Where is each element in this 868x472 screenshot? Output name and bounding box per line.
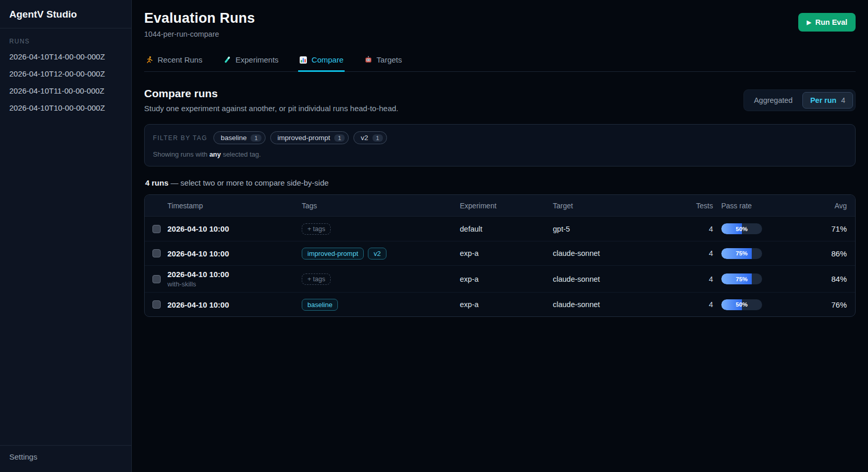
col-tags: Tags [302, 202, 460, 210]
row-experiment: default [460, 225, 553, 233]
app-title: AgentV Studio [0, 0, 131, 28]
showing-line: Showing runs with any selected tag. [153, 150, 847, 158]
run-list: 2026-04-10T14-00-00-000Z2026-04-10T12-00… [0, 48, 131, 116]
tab-targets[interactable]: Targets [363, 52, 403, 72]
toggle-per-run-label: Per run [810, 96, 836, 104]
col-experiment: Experiment [460, 202, 553, 210]
col-tests: Tests [682, 202, 713, 210]
table-header: Timestamp Tags Experiment Target Tests P… [145, 195, 855, 217]
row-experiment: exp-a [460, 275, 553, 283]
pass-rate-label: 50% [721, 223, 762, 234]
settings-link[interactable]: Settings [9, 452, 37, 461]
row-avg: 86% [817, 249, 855, 258]
tab-label: Targets [377, 55, 402, 64]
filter-by-tag-panel: FILTER BY TAG baseline1improved-prompt1v… [144, 124, 856, 166]
col-target: Target [553, 202, 682, 210]
filter-label: FILTER BY TAG [153, 134, 207, 142]
row-tests: 4 [682, 249, 713, 257]
chip-count-badge: 1 [334, 134, 345, 142]
tab-label: Recent Runs [158, 55, 203, 64]
pass-rate-pill: 75% [721, 273, 762, 284]
sidebar-footer: Settings [0, 445, 131, 472]
page-subtitle: 1044-per-run-compare [144, 30, 255, 38]
row-checkbox[interactable] [152, 249, 161, 257]
chip-label: v2 [361, 134, 368, 142]
compare-section-head: Compare runs Study one experiment agains… [144, 87, 856, 113]
pass-rate-pill: 50% [721, 223, 762, 234]
row-checkbox[interactable] [152, 300, 161, 309]
row-avg: 76% [817, 300, 855, 309]
filter-chip-list: baseline1improved-prompt1v21 [213, 131, 387, 144]
filter-chip-v2[interactable]: v21 [353, 131, 387, 144]
play-icon: ▶ [807, 19, 811, 26]
table-row: 2026-04-10 10:00+ tagsdefaultgpt-5450%71… [145, 217, 855, 241]
table-body: 2026-04-10 10:00+ tagsdefaultgpt-5450%71… [145, 217, 855, 316]
row-timestamp: 2026-04-10 10:00 [167, 224, 302, 233]
row-target: claude-sonnet [553, 275, 682, 283]
filter-chip-improved-prompt[interactable]: improved-prompt1 [270, 131, 349, 144]
page-title: Evaluation Runs [144, 10, 255, 26]
run-eval-button[interactable]: ▶ Run Eval [798, 13, 856, 32]
page-header: Evaluation Runs 1044-per-run-compare ▶ R… [144, 10, 856, 38]
pass-rate-label: 50% [721, 299, 762, 310]
tab-compare[interactable]: Compare [298, 52, 345, 72]
pass-rate-pill: 50% [721, 299, 762, 310]
compare-heading: Compare runs [144, 87, 398, 100]
col-avg: Avg [817, 202, 855, 210]
pass-rate-pill: 75% [721, 248, 762, 259]
row-tag-baseline[interactable]: baseline [302, 299, 338, 311]
table-row: 2026-04-10 10:00baselineexp-aclaude-sonn… [145, 292, 855, 316]
row-checkbox[interactable] [152, 275, 161, 283]
tab-label: Experiments [236, 55, 278, 64]
run-eval-label: Run Eval [815, 18, 847, 26]
col-pass-rate: Pass rate [713, 202, 817, 210]
row-timestamp: 2026-04-10 10:00 [167, 270, 302, 279]
tab-experiments[interactable]: Experiments [222, 52, 280, 72]
sidebar: AgentV Studio RUNS 2026-04-10T14-00-00-0… [0, 0, 132, 472]
row-timestamp: 2026-04-10 10:00 [167, 249, 302, 258]
row-avg: 84% [817, 275, 855, 283]
row-tests: 4 [682, 300, 713, 309]
row-tag-v2[interactable]: v2 [368, 248, 386, 260]
row-subtitle: with-skills [167, 280, 302, 288]
runs-section-label: RUNS [0, 28, 131, 48]
sidebar-run-item[interactable]: 2026-04-10T10-00-00-000Z [0, 99, 131, 116]
row-experiment: exp-a [460, 249, 553, 257]
pass-rate-label: 75% [721, 273, 762, 284]
toggle-aggregated[interactable]: Aggregated [746, 92, 800, 109]
row-target: claude-sonnet [553, 249, 682, 257]
compare-description: Study one experiment against another, or… [144, 104, 398, 113]
runs-summary: 4 runs — select two or more to compare s… [145, 178, 856, 187]
row-experiment: exp-a [460, 300, 553, 309]
tab-label: Compare [312, 55, 344, 64]
row-checkbox[interactable] [152, 225, 161, 233]
row-avg: 71% [817, 224, 855, 233]
toggle-per-run-count: 4 [841, 96, 845, 104]
any-mode-label: any [209, 150, 221, 158]
chip-label: improved-prompt [277, 134, 330, 142]
sidebar-run-item[interactable]: 2026-04-10T14-00-00-000Z [0, 48, 131, 65]
runs-count: 4 runs [145, 178, 168, 187]
add-tags-button[interactable]: + tags [302, 273, 331, 285]
runs-table: Timestamp Tags Experiment Target Tests P… [144, 194, 856, 317]
table-row: 2026-04-10 10:00with-skills+ tagsexp-acl… [145, 265, 855, 292]
sidebar-run-item[interactable]: 2026-04-10T12-00-00-000Z [0, 65, 131, 82]
filter-chip-baseline[interactable]: baseline1 [213, 131, 266, 144]
toggle-per-run[interactable]: Per run4 [802, 92, 853, 109]
tab-recent-runs[interactable]: Recent Runs [144, 52, 204, 72]
chip-count-badge: 1 [251, 134, 261, 142]
row-timestamp: 2026-04-10 10:00 [167, 300, 302, 309]
test-tube-icon [223, 56, 231, 64]
robot-icon [364, 56, 373, 64]
sidebar-run-item[interactable]: 2026-04-10T11-00-00-000Z [0, 82, 131, 99]
add-tags-button[interactable]: + tags [302, 223, 331, 235]
row-tests: 4 [682, 225, 713, 233]
main-content: Evaluation Runs 1044-per-run-compare ▶ R… [132, 0, 868, 472]
view-toggle: Aggregated Per run4 [743, 89, 856, 111]
col-timestamp: Timestamp [167, 202, 302, 210]
table-row: 2026-04-10 10:00improved-promptv2exp-acl… [145, 241, 855, 265]
pass-rate-label: 75% [721, 248, 762, 259]
row-target: gpt-5 [553, 225, 682, 233]
row-tests: 4 [682, 275, 713, 283]
row-tag-improved-prompt[interactable]: improved-prompt [302, 248, 364, 260]
